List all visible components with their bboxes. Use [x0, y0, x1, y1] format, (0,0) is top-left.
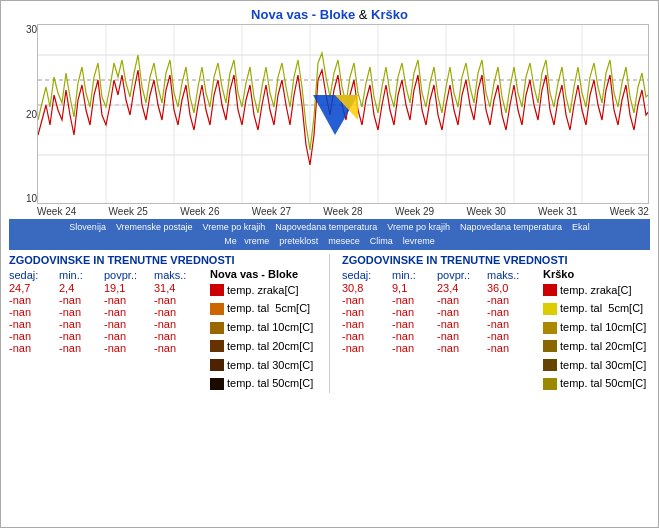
legend-label-4: temp. tal 20cm[C] [227, 337, 313, 356]
table-row: -nan -nan -nan -nan [9, 306, 204, 318]
chart-region: 30 20 10 [1, 24, 659, 219]
s2-legend-swatch-5 [543, 359, 557, 371]
table-row: -nan -nan -nan -nan [342, 330, 537, 342]
legend-row: temp. tal 50cm[C] [210, 374, 313, 393]
info-line2: Me vreme preteklost mesece Clima levreme [17, 234, 642, 248]
section1-legend-title: Nova vas - Bloke [210, 268, 313, 280]
chart-title: Nova vas - Bloke & Krško [1, 1, 658, 24]
s2-header-sedaj: sedaj: [342, 268, 392, 282]
section2-table-wrap: sedaj: min.: povpr.: maks.: 30,8 9,1 23,… [342, 268, 537, 393]
table-row: 24,7 2,4 19,1 31,4 [9, 282, 204, 294]
s2-r2-povpr: -nan [437, 294, 487, 306]
title-part2: Krško [371, 7, 408, 22]
s1-r4-min: -nan [59, 318, 104, 330]
section2-legend-title: Krško [543, 268, 646, 280]
s2-r5-sedaj: -nan [342, 330, 392, 342]
s1-r6-min: -nan [59, 342, 104, 354]
week-label-29: Week 29 [395, 206, 434, 217]
week-label-32: Week 32 [610, 206, 649, 217]
s1-r3-min: -nan [59, 306, 104, 318]
s2-r5-maks: -nan [487, 330, 537, 342]
legend-row: temp. zraka[C] [210, 281, 313, 300]
y-label-10: 10 [26, 193, 37, 204]
table-row: -nan -nan -nan -nan [342, 294, 537, 306]
s2-r4-min: -nan [392, 318, 437, 330]
s2-r2-maks: -nan [487, 294, 537, 306]
s2-r3-maks: -nan [487, 306, 537, 318]
legend-label-5: temp. tal 30cm[C] [227, 356, 313, 375]
legend-swatch-6 [210, 378, 224, 390]
title-part1: Nova vas - Bloke [251, 7, 355, 22]
s1-r2-sedaj: -nan [9, 294, 59, 306]
s2-r2-sedaj: -nan [342, 294, 392, 306]
table-row: -nan -nan -nan -nan [342, 342, 537, 354]
legend-swatch-2 [210, 303, 224, 315]
table-row: 30,8 9,1 23,4 36,0 [342, 282, 537, 294]
table-row: -nan -nan -nan -nan [9, 342, 204, 354]
section2-content: sedaj: min.: povpr.: maks.: 30,8 9,1 23,… [342, 268, 650, 393]
table-row: -nan -nan -nan -nan [342, 306, 537, 318]
week-label-25: Week 25 [109, 206, 148, 217]
s2-r3-sedaj: -nan [342, 306, 392, 318]
s1-r4-povpr: -nan [104, 318, 154, 330]
legend-row: temp. tal 20cm[C] [210, 337, 313, 356]
s2-legend-label-2: temp. tal 5cm[C] [560, 299, 643, 318]
table-header-row: sedaj: min.: povpr.: maks.: [9, 268, 204, 282]
s2-r5-povpr: -nan [437, 330, 487, 342]
s2-legend-swatch-4 [543, 340, 557, 352]
s1-r2-maks: -nan [154, 294, 204, 306]
s2-legend-label-3: temp. tal 10cm[C] [560, 318, 646, 337]
s1-r2-povpr: -nan [104, 294, 154, 306]
table-header-row: sedaj: min.: povpr.: maks.: [342, 268, 537, 282]
s2-r6-sedaj: -nan [342, 342, 392, 354]
legend-label-2: temp. tal 5cm[C] [227, 299, 310, 318]
y-axis: 30 20 10 [9, 24, 37, 204]
s1-r5-sedaj: -nan [9, 330, 59, 342]
section1: ZGODOVINSKE IN TRENUTNE VREDNOSTI sedaj:… [9, 254, 317, 393]
section2: ZGODOVINSKE IN TRENUTNE VREDNOSTI sedaj:… [342, 254, 650, 393]
header-maks: maks.: [154, 268, 204, 282]
data-tables: ZGODOVINSKE IN TRENUTNE VREDNOSTI sedaj:… [1, 250, 658, 395]
table-row: -nan -nan -nan -nan [342, 318, 537, 330]
title-and: & [355, 7, 371, 22]
s2-header-min: min.: [392, 268, 437, 282]
s2-r6-maks: -nan [487, 342, 537, 354]
app-container: Nova vas - Bloke & Krško 30 20 10 [0, 0, 659, 528]
s1-r6-maks: -nan [154, 342, 204, 354]
s2-legend-label-4: temp. tal 20cm[C] [560, 337, 646, 356]
header-povpr: povpr.: [104, 268, 154, 282]
legend-swatch-4 [210, 340, 224, 352]
s2-r6-povpr: -nan [437, 342, 487, 354]
s2-legend-swatch-1 [543, 284, 557, 296]
week-label-30: Week 30 [466, 206, 505, 217]
week-labels: Week 24 Week 25 Week 26 Week 27 Week 28 … [37, 206, 649, 217]
chart-plot-area [37, 24, 649, 204]
s2-r3-min: -nan [392, 306, 437, 318]
s1-r4-maks: -nan [154, 318, 204, 330]
s2-r6-min: -nan [392, 342, 437, 354]
chart-svg [38, 25, 649, 204]
s2-legend-label-1: temp. zraka[C] [560, 281, 632, 300]
section1-title: ZGODOVINSKE IN TRENUTNE VREDNOSTI [9, 254, 317, 266]
legend-row: temp. tal 50cm[C] [543, 374, 646, 393]
legend-swatch-3 [210, 322, 224, 334]
legend-label-1: temp. zraka[C] [227, 281, 299, 300]
s2-r2-min: -nan [392, 294, 437, 306]
table-row: -nan -nan -nan -nan [9, 294, 204, 306]
s2-header-povpr: povpr.: [437, 268, 487, 282]
s1-r1-min: 2,4 [59, 282, 104, 294]
s1-r1-maks: 31,4 [154, 282, 204, 294]
s2-legend-swatch-6 [543, 378, 557, 390]
legend-label-6: temp. tal 50cm[C] [227, 374, 313, 393]
s1-r4-sedaj: -nan [9, 318, 59, 330]
s1-r6-povpr: -nan [104, 342, 154, 354]
s1-r5-povpr: -nan [104, 330, 154, 342]
week-label-31: Week 31 [538, 206, 577, 217]
info-strip: Slovenija Vremenske postaje Vreme po kra… [9, 219, 650, 250]
s2-r4-sedaj: -nan [342, 318, 392, 330]
table-row: -nan -nan -nan -nan [9, 330, 204, 342]
section1-legend: Nova vas - Bloke temp. zraka[C] temp. ta… [210, 268, 313, 393]
legend-row: temp. tal 10cm[C] [210, 318, 313, 337]
legend-row: temp. tal 20cm[C] [543, 337, 646, 356]
s1-r1-povpr: 19,1 [104, 282, 154, 294]
